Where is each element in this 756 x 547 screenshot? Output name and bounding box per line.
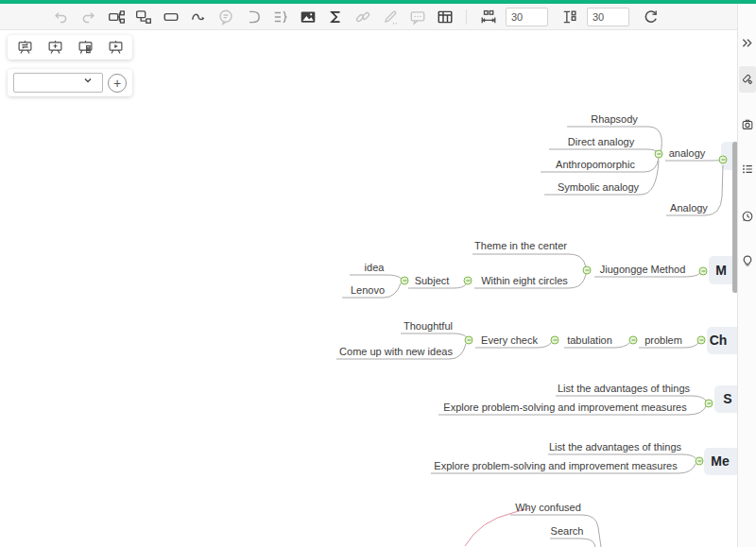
topic-node[interactable]: Thoughtful: [404, 320, 453, 332]
refresh-icon[interactable]: [642, 8, 660, 26]
topic-node[interactable]: Explore problem-solving and improvement …: [443, 402, 686, 413]
slide-panel: [8, 35, 132, 60]
collapse-button[interactable]: [699, 267, 708, 276]
topic-node[interactable]: Explore problem-solving and improvement …: [434, 460, 677, 471]
collapse-button[interactable]: [629, 336, 638, 345]
topic-node[interactable]: List the advantages of things: [558, 383, 690, 394]
collapse-button[interactable]: [705, 400, 713, 408]
topic-node[interactable]: Within eight circles: [481, 275, 568, 286]
collapse-button[interactable]: [719, 156, 728, 164]
format-brush-icon[interactable]: [739, 66, 756, 93]
topic-node[interactable]: Analogy: [670, 202, 708, 214]
vertical-spacing-input[interactable]: [587, 8, 629, 26]
relationship-icon[interactable]: [189, 8, 207, 26]
toolbar-separator: [466, 9, 467, 25]
add-branch-button[interactable]: +: [108, 74, 127, 93]
collapse-button[interactable]: [464, 277, 472, 285]
branch-line: [472, 254, 587, 269]
callout-icon[interactable]: [216, 8, 234, 26]
slide-play-icon[interactable]: [106, 39, 125, 56]
table-icon[interactable]: [436, 8, 454, 26]
main-topic-node[interactable]: Ch: [710, 333, 728, 348]
topic-node[interactable]: Rhapsody: [591, 113, 638, 125]
collapse-button[interactable]: [465, 336, 473, 345]
branch-line: [548, 454, 696, 458]
undo-icon[interactable]: [52, 8, 70, 26]
branch-line: [550, 538, 595, 547]
vertical-spacing-icon[interactable]: [560, 8, 578, 26]
topic-node[interactable]: Subject: [415, 275, 450, 286]
topic-node[interactable]: tabulation: [567, 334, 612, 346]
topic-node[interactable]: Search: [551, 525, 584, 537]
topic-node[interactable]: Anthropomorphic: [556, 159, 635, 170]
collapse-button[interactable]: [401, 277, 409, 285]
topic-node[interactable]: Lenovo: [351, 284, 385, 296]
topic-node[interactable]: Every check: [481, 334, 538, 346]
branch-line: [401, 333, 467, 337]
topic-node[interactable]: List the advantages of things: [549, 441, 681, 453]
topic-node[interactable]: problem: [644, 334, 682, 346]
floating-topic-icon[interactable]: [162, 8, 180, 26]
idea-bulb-icon[interactable]: [739, 250, 756, 271]
topic-node[interactable]: analogy: [669, 147, 706, 159]
insert-image-icon[interactable]: [299, 8, 317, 26]
collapse-chevrons-icon[interactable]: [739, 32, 756, 53]
insert-subtopic-icon[interactable]: [134, 8, 152, 26]
slide-delete-icon[interactable]: [76, 39, 94, 56]
redo-icon[interactable]: [79, 8, 97, 26]
formula-icon[interactable]: [326, 8, 344, 26]
topic-node[interactable]: Why confused: [515, 502, 581, 513]
collapse-button[interactable]: [551, 336, 559, 345]
main-topic-node[interactable]: M: [715, 263, 727, 278]
boundary-icon[interactable]: [244, 8, 262, 26]
branch-line: [549, 149, 659, 153]
branch-select[interactable]: [13, 73, 103, 93]
right-sidebar: [737, 4, 756, 547]
summary-icon[interactable]: [271, 8, 289, 26]
branch-panel: +: [8, 69, 132, 96]
main-topic-node[interactable]: Me: [711, 453, 729, 469]
collapse-button[interactable]: [583, 266, 592, 275]
topic-node[interactable]: Direct analogy: [568, 136, 634, 147]
topic-node[interactable]: Come up with new ideas: [339, 346, 453, 357]
horizontal-spacing-input[interactable]: [506, 8, 548, 26]
branch-line: [350, 275, 402, 279]
collapse-button[interactable]: [655, 150, 663, 159]
relationship-line: [465, 508, 529, 546]
branch-line: [665, 160, 723, 161]
topic-node[interactable]: Theme in the center: [474, 240, 567, 251]
horizontal-spacing-icon[interactable]: [479, 8, 497, 26]
main-topic-node[interactable]: S: [723, 391, 731, 406]
slide-add-icon[interactable]: [45, 39, 64, 56]
topic-node[interactable]: Jiugongge Method: [600, 264, 686, 275]
comment-icon[interactable]: [408, 8, 426, 26]
main-toolbar: [0, 4, 756, 30]
hyperlink-icon[interactable]: [353, 8, 371, 26]
note-pencil-icon[interactable]: [381, 8, 399, 26]
slide-navigate-icon[interactable]: [15, 39, 34, 56]
collapse-button[interactable]: [697, 336, 706, 345]
collapse-button[interactable]: [696, 457, 704, 466]
history-icon[interactable]: [739, 206, 756, 227]
branch-line: [556, 396, 706, 401]
insert-topic-icon[interactable]: [107, 8, 125, 26]
topic-node[interactable]: Symbolic analogy: [558, 181, 639, 193]
outline-icon[interactable]: [739, 159, 756, 179]
topic-node[interactable]: idea: [365, 262, 385, 273]
theme-icon[interactable]: [739, 114, 756, 135]
